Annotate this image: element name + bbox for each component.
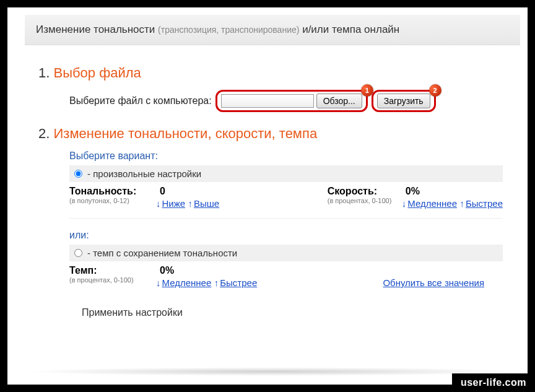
or-label: или: [69, 230, 509, 241]
reset-link[interactable]: Обнулить все значения [383, 277, 484, 288]
file-path-input[interactable] [221, 94, 314, 108]
tempo-slower-link[interactable]: ↓Медленнее [156, 277, 211, 288]
callout-badge-2: 2 [429, 84, 441, 97]
header-title-paren: (транспозиция, транспонирование) [158, 25, 299, 35]
step1-title: 1. Выбор файла [38, 65, 509, 81]
param-speed: Скорость: (в процентах, 0-100) 0% ↓Медле… [328, 186, 503, 209]
callout-file-select: 1 Обзор... [215, 90, 368, 112]
param-tone: Тональность: (в полутонах, 0-12) 0 ↓Ниже… [69, 186, 219, 209]
tone-higher-link[interactable]: ↑Выше [188, 198, 220, 209]
radio-tempo[interactable] [74, 249, 82, 257]
tone-value: 0 [160, 186, 165, 196]
header-title-pre: Изменение тональности [36, 24, 155, 35]
tone-lower-link[interactable]: ↓Ниже [156, 198, 185, 209]
tempo-value: 0% [160, 265, 174, 276]
page-header: Изменение тональности (транспозиция, тра… [25, 15, 520, 45]
tempo-faster-link[interactable]: ↑Быстрее [214, 277, 258, 288]
file-select-label: Выберите файл с компьютера: [69, 95, 212, 107]
separator [69, 218, 503, 219]
header-title-post: и/или темпа онлайн [302, 24, 399, 35]
variant-label: Выберите вариант: [69, 150, 509, 162]
speed-slower-link[interactable]: ↓Медленнее [402, 198, 457, 209]
speed-faster-link[interactable]: ↑Быстрее [459, 198, 503, 209]
watermark: user-life.com [452, 373, 535, 392]
radio-custom[interactable] [74, 170, 82, 178]
shadow-decoration [25, 367, 520, 376]
step2-title: 2. Изменение тональности, скорости, темп… [38, 126, 509, 142]
option-tempo[interactable]: - темп с сохранением тональности [69, 245, 503, 261]
param-tempo: Темп: (в процентах, 0-100) 0% ↓Медленнее… [69, 265, 257, 289]
option-custom[interactable]: - произвольные настройки [69, 165, 503, 182]
callout-upload: 2 Загрузить [372, 90, 436, 112]
speed-value: 0% [406, 186, 420, 196]
apply-settings[interactable]: Применить настройки [82, 307, 183, 318]
upload-button[interactable]: Загрузить [377, 94, 430, 108]
browse-button[interactable]: Обзор... [316, 94, 362, 108]
